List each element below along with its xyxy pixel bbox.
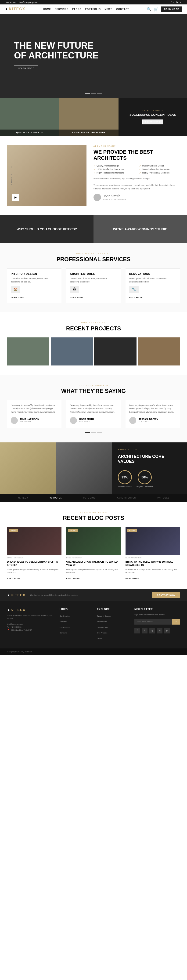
footer-email: info@company.com	[7, 623, 52, 625]
project-img-2[interactable]	[51, 337, 93, 366]
author-title-0: CUSTOMER	[20, 421, 39, 423]
author-name-1: ROSE SMITH	[79, 418, 94, 421]
arch-stat-pct-1: 50%	[141, 476, 148, 479]
testimonials-title: WHAT THEY'RE SAYING	[7, 388, 180, 394]
about-heading: WE PROVIDE THE BEST ARCHITECTS	[94, 149, 180, 161]
search-icon[interactable]: 🔍	[147, 7, 152, 11]
project-img-4[interactable]	[138, 337, 180, 366]
testi-dot-3[interactable]	[97, 432, 102, 433]
arch-stat-label-0: Clients Satisfied	[118, 486, 132, 488]
hashtag-4[interactable]: #KITECX3	[157, 497, 169, 499]
footer-tw-icon[interactable]: t	[142, 628, 147, 633]
footer-explore-4[interactable]: Contact	[97, 638, 103, 640]
project-img-3[interactable]	[94, 337, 136, 366]
footer-in-icon[interactable]: in	[157, 628, 162, 633]
service-interior-readmore[interactable]: READ MORE	[11, 297, 24, 299]
footer-yt-icon[interactable]: ▶	[164, 628, 170, 633]
service-interior: INTERIOR DESIGN Lorem ipsum dolor sit am…	[7, 268, 62, 303]
footer-explore-1[interactable]: Architecture	[97, 620, 107, 623]
testimonial-text-1: I was very impressed by the kitecx lorem…	[70, 404, 117, 414]
footer-contact-button[interactable]: CONTACT NOW	[152, 592, 180, 598]
nav-contact[interactable]: CONTACT	[116, 8, 129, 11]
service-reno-readmore[interactable]: READ MORE	[129, 297, 143, 299]
footer: ▲KITECX Lorem ipsum dolor sit amet, cons…	[0, 601, 187, 648]
why-choose-row: WHY SHOULD YOU CHOOSE KITECS? WE'RE AWAR…	[0, 215, 187, 243]
fb-icon[interactable]: 𝐟	[171, 1, 171, 3]
feature-quality-label: QUALITY STANDARDS	[0, 130, 59, 135]
blog-card-2: BLOG BLOG / OCTOBER BRING TO THE TABLE W…	[125, 527, 180, 580]
blog-desc-0: Lorem ipsum is simply the best dummy tex…	[7, 568, 62, 574]
navbar: ▲KITECX HOME SERVICES PAGES PORTFOLIO NE…	[0, 5, 187, 14]
about-section: ▶ ABOUT STUDIO ABOUT COMPANY WE PROVIDE …	[0, 135, 187, 215]
feature-smartest-label: SMARTEST ARCHITECTURE	[59, 130, 118, 135]
hero-dot-3[interactable]	[97, 93, 102, 94]
blog-readmore-2[interactable]: READ MORE	[125, 578, 139, 580]
services-grid: INTERIOR DESIGN Lorem ipsum dolor sit am…	[7, 268, 180, 303]
sig-info: John Smith CEO & CO-FOUNDER	[103, 194, 126, 200]
logo[interactable]: ▲KITECX	[5, 7, 25, 11]
about-feat-2: 100% Satisfaction Guarantee	[94, 168, 135, 171]
in-icon[interactable]: 𝐢𝐧	[176, 1, 178, 3]
footer-link-1[interactable]: Site Map	[60, 620, 67, 623]
nav-pages[interactable]: PAGES	[72, 8, 81, 11]
hero-dot-2[interactable]	[91, 93, 96, 94]
footer-link-2[interactable]: Our Projects	[60, 626, 70, 628]
newsletter-submit-button[interactable]: →	[172, 619, 180, 625]
footer-explore-2[interactable]: Study Center	[97, 626, 108, 628]
nav-cta-button[interactable]: READ MORE	[161, 6, 182, 12]
blog-cat-0: BLOG	[9, 529, 18, 532]
nav-portfolio[interactable]: PORTFOLIO	[85, 8, 101, 11]
blog-readmore-0[interactable]: READ MORE	[7, 578, 21, 580]
testi-dot-1[interactable]	[85, 432, 90, 433]
why-card-title-1: WHY SHOULD YOU CHOOSE KITECS?	[12, 223, 82, 236]
arch-stat-1: 50% Projects Completed	[136, 470, 153, 488]
about-desc1: We're committed to delivering eye-catchi…	[94, 177, 180, 180]
blog-section: NEWS & ARTICLES RECENT BLOG POSTS BLOG B…	[0, 502, 187, 589]
arch-stat-label-1: Projects Completed	[136, 486, 153, 488]
newsletter-input[interactable]	[135, 619, 172, 625]
footer-bar-text: Contact us for incredible interior & arc…	[30, 594, 147, 596]
hero-learn-button[interactable]: LEARN MORE	[14, 65, 38, 71]
project-img-1[interactable]	[7, 337, 49, 366]
footer-gp-icon[interactable]: g	[149, 628, 155, 633]
footer-link-3[interactable]: Contacts	[60, 632, 67, 634]
footer-fb-icon[interactable]: f	[135, 628, 140, 633]
tw-icon[interactable]: 𝐭	[173, 1, 174, 3]
hashtag-1[interactable]: #STUDIO1	[49, 497, 62, 499]
arch-values-image	[0, 442, 112, 494]
hashtag-3[interactable]: #ARCHITECTUS	[117, 497, 136, 499]
arch-img-right	[56, 442, 112, 494]
blog-cat-1: BLOG	[68, 529, 78, 532]
author-info-1: ROSE SMITH CUSTOMER	[79, 418, 94, 423]
cart-icon[interactable]: 🛒	[154, 7, 158, 11]
blog-img-2: BLOG	[125, 527, 180, 555]
arch-stat-circle-1: 50%	[138, 470, 152, 484]
footer-explore-3[interactable]: Our Projects	[97, 632, 107, 634]
testi-dot-2[interactable]	[91, 432, 96, 433]
service-reno-icon: 🔧	[129, 286, 139, 293]
hero-dots	[85, 93, 102, 94]
testimonial-2: I was very impressed by the kitecx lorem…	[125, 400, 180, 428]
nav-news[interactable]: NEWS	[105, 8, 113, 11]
signature-block: John Smith CEO & CO-FOUNDER	[94, 194, 180, 201]
about-feat-1: Quality Architect Design	[139, 165, 180, 167]
copyright-text: © Copyright 2017 by RELDOX	[7, 651, 32, 653]
hashtag-0[interactable]: #KITECX	[18, 497, 28, 499]
gp-icon[interactable]: 𝐠+	[180, 1, 182, 3]
blog-desc-2: Lorem ipsum is simply the best dummy tex…	[125, 568, 180, 574]
nav-services[interactable]: SERVICES	[55, 8, 68, 11]
author-title-1: CUSTOMER	[79, 421, 94, 423]
footer-link-0[interactable]: Our Services	[60, 615, 70, 617]
footer-explore-0[interactable]: Types of Designs	[97, 615, 111, 617]
nav-home[interactable]: HOME	[43, 8, 51, 11]
feature-cta-button[interactable]: LEARN MORE	[143, 119, 163, 124]
service-arch-readmore[interactable]: READ MORE	[70, 297, 84, 299]
blog-readmore-1[interactable]: READ MORE	[66, 578, 80, 580]
services-title: PROFESSIONAL SERVICES	[7, 256, 180, 262]
footer-phone: 📞 +1-98-66862	[7, 626, 52, 628]
hero-dot-1[interactable]	[85, 93, 90, 94]
play-button[interactable]: ▶	[12, 194, 19, 201]
hashtag-2[interactable]: #STUDIO2	[83, 497, 95, 499]
about-image: ▶ ABOUT STUDIO	[7, 145, 87, 206]
arch-values-section: ABOUT STUDIO ARCHITECTURE CORE VALUES 99…	[0, 442, 187, 494]
